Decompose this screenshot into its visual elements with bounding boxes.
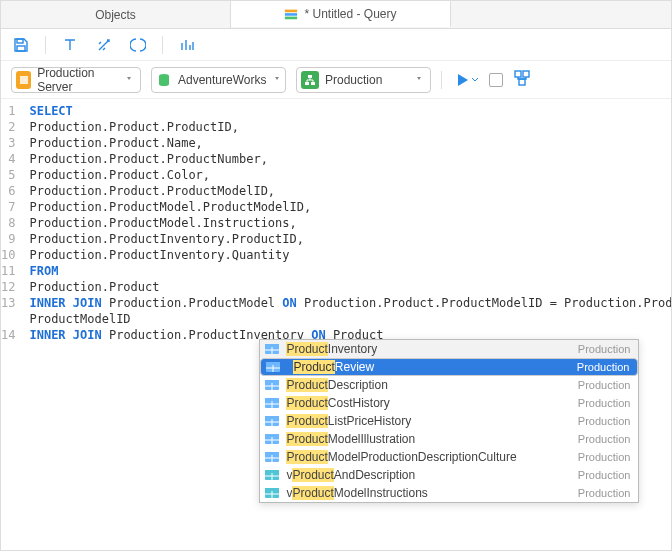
svg-rect-46 bbox=[265, 488, 279, 491]
table-icon bbox=[264, 415, 280, 427]
code-line[interactable]: Production.ProductModel.ProductModelID, bbox=[29, 199, 672, 215]
chevron-down-icon bbox=[471, 76, 479, 84]
autocomplete-item[interactable]: ProductModelProductionDescriptionCulture… bbox=[260, 448, 638, 466]
separator bbox=[441, 71, 442, 89]
table-icon bbox=[264, 343, 280, 355]
line-number: 10 bbox=[1, 247, 15, 263]
svg-rect-26 bbox=[265, 398, 279, 401]
line-number-empty bbox=[1, 311, 15, 327]
autocomplete-item[interactable]: ProductInventoryProduction bbox=[260, 340, 638, 358]
svg-rect-12 bbox=[519, 79, 525, 85]
play-icon bbox=[458, 74, 468, 86]
separator bbox=[162, 36, 163, 54]
line-number: 5 bbox=[1, 167, 15, 183]
schema-selector[interactable]: Production bbox=[296, 67, 431, 93]
line-number: 11 bbox=[1, 263, 15, 279]
run-controls bbox=[458, 69, 531, 90]
autocomplete-item[interactable]: ProductDescriptionProduction bbox=[260, 376, 638, 394]
table-icon bbox=[264, 397, 280, 409]
server-selector[interactable]: Production Server bbox=[11, 67, 141, 93]
chevron-down-icon bbox=[272, 73, 282, 87]
svg-rect-4 bbox=[17, 46, 25, 51]
database-selector[interactable]: AdventureWorks bbox=[151, 67, 286, 93]
server-icon bbox=[16, 71, 31, 89]
code-line[interactable]: Production.ProductInventory.Quantity bbox=[29, 247, 672, 263]
code-line[interactable]: Production.Product.ProductModelID, bbox=[29, 183, 672, 199]
code-line[interactable]: SELECT bbox=[29, 103, 672, 119]
view-icon bbox=[264, 487, 280, 499]
code-line[interactable]: Production.Product.ProductNumber, bbox=[29, 151, 672, 167]
toolbar bbox=[1, 29, 671, 61]
svg-rect-5 bbox=[20, 76, 28, 84]
query-tab-icon bbox=[284, 7, 298, 21]
line-number: 8 bbox=[1, 215, 15, 231]
tab-objects[interactable]: Objects bbox=[1, 1, 231, 28]
layout-icon[interactable] bbox=[513, 69, 531, 90]
connection-bar: Production Server AdventureWorks Product… bbox=[1, 61, 671, 99]
code-line[interactable]: Production.Product.ProductID, bbox=[29, 119, 672, 135]
code-line[interactable]: Production.Product bbox=[29, 279, 672, 295]
line-number: 2 bbox=[1, 119, 15, 135]
svg-rect-22 bbox=[265, 380, 279, 383]
svg-rect-8 bbox=[305, 82, 309, 85]
autocomplete-item-name: ProductReview bbox=[293, 360, 374, 374]
line-number: 4 bbox=[1, 151, 15, 167]
svg-rect-9 bbox=[311, 82, 315, 85]
line-number: 13 bbox=[1, 295, 15, 311]
view-icon bbox=[264, 469, 280, 481]
code-line[interactable]: INNER JOIN Production.ProductModel ON Pr… bbox=[29, 295, 672, 311]
code-line[interactable]: Production.Product.Color, bbox=[29, 167, 672, 183]
svg-rect-2 bbox=[285, 17, 297, 20]
autocomplete-item-name: ProductModelIllustration bbox=[286, 432, 415, 446]
autocomplete-item-name: ProductDescription bbox=[286, 378, 387, 392]
autocomplete-item[interactable]: vProductModelInstructionsProduction bbox=[260, 484, 638, 502]
code-line[interactable]: Production.ProductModel.Instructions, bbox=[29, 215, 672, 231]
svg-rect-1 bbox=[285, 13, 297, 16]
schema-label: Production bbox=[325, 73, 382, 87]
autocomplete-popup[interactable]: ProductInventoryProductionProductReviewP… bbox=[259, 339, 639, 503]
autocomplete-item[interactable]: ProductReviewProduction bbox=[260, 358, 638, 376]
svg-rect-3 bbox=[17, 39, 23, 43]
line-number: 14 bbox=[1, 327, 15, 343]
code-line[interactable]: ProductModelID bbox=[29, 311, 672, 327]
table-icon bbox=[264, 433, 280, 445]
chart-icon[interactable] bbox=[177, 35, 197, 55]
autocomplete-item-schema: Production bbox=[577, 361, 630, 373]
autocomplete-item-name: ProductListPriceHistory bbox=[286, 414, 411, 428]
svg-rect-38 bbox=[265, 452, 279, 455]
format-icon[interactable] bbox=[60, 35, 80, 55]
svg-rect-42 bbox=[265, 470, 279, 473]
line-number: 7 bbox=[1, 199, 15, 215]
code-line[interactable]: Production.ProductInventory.ProductID, bbox=[29, 231, 672, 247]
code-area[interactable]: SELECTProduction.Product.ProductID,Produ… bbox=[23, 99, 672, 550]
tab-query[interactable]: * Untitled - Query bbox=[231, 0, 451, 27]
svg-rect-18 bbox=[266, 362, 280, 365]
code-line[interactable]: Production.Product.Name, bbox=[29, 135, 672, 151]
line-number: 9 bbox=[1, 231, 15, 247]
autocomplete-item-schema: Production bbox=[578, 415, 631, 427]
stop-on-error-checkbox[interactable] bbox=[489, 73, 503, 87]
line-gutter: 12345678910111213 14 bbox=[1, 99, 23, 550]
line-number: 3 bbox=[1, 135, 15, 151]
autocomplete-item[interactable]: ProductCostHistoryProduction bbox=[260, 394, 638, 412]
line-number: 6 bbox=[1, 183, 15, 199]
line-number: 1 bbox=[1, 103, 15, 119]
autocomplete-item-schema: Production bbox=[578, 469, 631, 481]
sql-editor[interactable]: 12345678910111213 14 SELECTProduction.Pr… bbox=[1, 99, 671, 550]
run-button[interactable] bbox=[458, 74, 479, 86]
parentheses-icon[interactable] bbox=[128, 35, 148, 55]
autocomplete-item-schema: Production bbox=[578, 397, 631, 409]
save-icon[interactable] bbox=[11, 35, 31, 55]
tab-label: Objects bbox=[95, 8, 136, 22]
code-line[interactable]: FROM bbox=[29, 263, 672, 279]
svg-rect-14 bbox=[265, 344, 279, 347]
table-icon bbox=[264, 379, 280, 391]
autocomplete-item[interactable]: ProductModelIllustrationProduction bbox=[260, 430, 638, 448]
svg-rect-11 bbox=[523, 71, 529, 77]
schema-icon bbox=[301, 71, 319, 89]
svg-rect-7 bbox=[308, 75, 312, 78]
autocomplete-item[interactable]: ProductListPriceHistoryProduction bbox=[260, 412, 638, 430]
table-icon bbox=[264, 451, 280, 463]
magic-icon[interactable] bbox=[94, 35, 114, 55]
autocomplete-item[interactable]: vProductAndDescriptionProduction bbox=[260, 466, 638, 484]
